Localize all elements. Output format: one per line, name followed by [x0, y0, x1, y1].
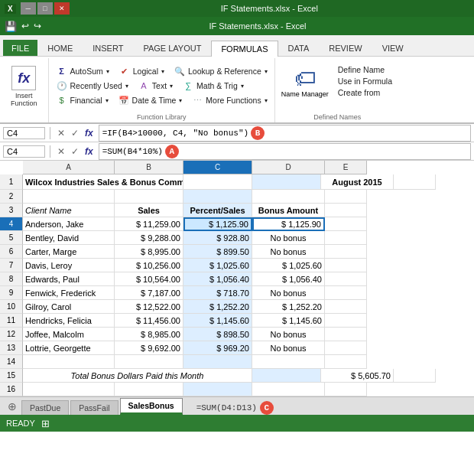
cell-d2[interactable]	[252, 190, 325, 204]
row-header-4[interactable]: 4	[0, 217, 23, 231]
row-header-11[interactable]: 11	[0, 314, 23, 328]
define-name-button[interactable]: Define Name	[336, 64, 394, 75]
cell-b4[interactable]: $ 11,259.00	[115, 217, 183, 231]
col-header-e[interactable]: E	[325, 161, 367, 174]
row-header-10[interactable]: 10	[0, 300, 23, 314]
datetime-dropdown[interactable]: ▾	[179, 97, 182, 104]
lookup-ref-button[interactable]: 🔍 Lookup & Reference ▾	[171, 64, 270, 78]
col-header-c[interactable]: C	[183, 161, 252, 174]
cell-e10[interactable]	[325, 300, 367, 314]
logical-dropdown[interactable]: ▾	[161, 68, 164, 75]
cell-d3[interactable]: Bonus Amount	[252, 204, 325, 217]
cell-c14[interactable]	[183, 355, 252, 369]
row-header-9[interactable]: 9	[0, 286, 23, 300]
restore-button[interactable]: □	[37, 2, 53, 15]
cell-e9[interactable]	[325, 286, 367, 300]
cell-c3[interactable]: Percent/Sales	[183, 204, 252, 217]
cell-b1[interactable]	[183, 174, 252, 190]
cell-e12[interactable]	[325, 328, 367, 341]
cell-d7[interactable]: $ 1,025.60	[252, 259, 325, 272]
cell-a12[interactable]: Joffee, Malcolm	[23, 328, 115, 341]
add-sheet-button[interactable]: ⊕	[3, 398, 21, 415]
cell-e2[interactable]	[325, 190, 367, 204]
sheet-tab-passfail[interactable]: PassFail	[70, 400, 118, 415]
tab-formulas[interactable]: FORMULAS	[211, 41, 278, 57]
cell-e3[interactable]	[325, 204, 367, 217]
cell-d14[interactable]	[252, 355, 325, 369]
tab-home[interactable]: HOME	[37, 40, 83, 56]
cell-b11[interactable]: $ 11,456.00	[115, 314, 183, 328]
cell-e6[interactable]	[325, 245, 367, 259]
col-header-a[interactable]: A	[23, 161, 115, 174]
tab-view[interactable]: VIEW	[372, 40, 414, 56]
tab-file[interactable]: FILE	[3, 40, 37, 56]
financial-button[interactable]: $ Financial ▾	[54, 93, 111, 107]
cell-c16[interactable]	[183, 383, 252, 396]
row-header-3[interactable]: 3	[0, 204, 23, 217]
cell-c9[interactable]: $ 718.70	[183, 286, 252, 300]
cell-a11[interactable]: Hendricks, Felicia	[23, 314, 115, 328]
text-dropdown[interactable]: ▾	[170, 83, 173, 90]
tab-page-layout[interactable]: PAGE LAYOUT	[133, 40, 211, 56]
cell-b10[interactable]: $ 12,522.00	[115, 300, 183, 314]
cell-d5[interactable]: No bonus	[252, 231, 325, 245]
cell-b13[interactable]: $ 9,692.00	[115, 341, 183, 355]
more-functions-button[interactable]: ⋯ More Functions ▾	[189, 93, 269, 107]
cell-d6[interactable]: No bonus	[252, 245, 325, 259]
tab-insert[interactable]: INSERT	[83, 40, 133, 56]
cell-c2[interactable]	[183, 190, 252, 204]
cell-b9[interactable]: $ 7,187.00	[115, 286, 183, 300]
cell-c10[interactable]: $ 1,252.20	[183, 300, 252, 314]
cell-a10[interactable]: Gilroy, Carol	[23, 300, 115, 314]
cell-a1[interactable]: Wilcox Industries Sales & Bonus Commissi…	[23, 174, 183, 190]
minimize-button[interactable]: ─	[21, 2, 36, 15]
name-manager-button[interactable]: 🏷 Name Manager	[280, 64, 330, 99]
cell-d9[interactable]: No bonus	[252, 286, 325, 300]
recently-used-button[interactable]: 🕐 Recently Used ▾	[54, 79, 131, 93]
row-header-5[interactable]: 5	[0, 231, 23, 245]
cell-a16[interactable]	[23, 383, 115, 396]
math-dropdown[interactable]: ▾	[241, 83, 244, 90]
cell-b3[interactable]: Sales	[115, 204, 183, 217]
row-header-14[interactable]: 14	[0, 355, 23, 369]
row-header-15[interactable]: 15	[0, 369, 23, 383]
cell-d1[interactable]: August 2015	[321, 174, 394, 190]
cell-e4[interactable]	[325, 217, 367, 231]
col-header-d[interactable]: D	[252, 161, 325, 174]
cell-d10[interactable]: $ 1,252.20	[252, 300, 325, 314]
cell-e5[interactable]	[325, 231, 367, 245]
cell-e11[interactable]	[325, 314, 367, 328]
row-header-13[interactable]: 13	[0, 341, 23, 355]
cell-b8[interactable]: $ 10,564.00	[115, 272, 183, 286]
cell-d12[interactable]: No bonus	[252, 328, 325, 341]
sheet-tab-salesbonus[interactable]: SalesBonus	[120, 398, 183, 415]
row-header-1[interactable]: 1	[0, 174, 23, 190]
col-header-b[interactable]: B	[115, 161, 183, 174]
cell-b16[interactable]	[115, 383, 183, 396]
cell-c4[interactable]: $ 1,125.90	[183, 217, 252, 231]
recently-dropdown[interactable]: ▾	[125, 83, 128, 90]
close-button[interactable]: ✕	[54, 2, 70, 15]
cell-d13[interactable]: No bonus	[252, 341, 325, 355]
cell-c12[interactable]: $ 898.50	[183, 328, 252, 341]
cell-a15[interactable]: Total Bonus Dollars Paid this Month	[23, 369, 252, 383]
insert-function-button[interactable]: fx Insert Function	[8, 64, 41, 109]
formula-input-1[interactable]: =IF(B4>10000, C4, "No bonus") B	[99, 125, 471, 142]
cell-c8[interactable]: $ 1,056.40	[183, 272, 252, 286]
cell-e8[interactable]	[325, 272, 367, 286]
cell-a14[interactable]	[23, 355, 115, 369]
cell-e7[interactable]	[325, 259, 367, 272]
row-header-16[interactable]: 16	[0, 383, 23, 396]
cell-reference-2[interactable]	[3, 145, 45, 158]
row-header-8[interactable]: 8	[0, 272, 23, 286]
cell-d15[interactable]: $ 5,605.70	[321, 369, 394, 383]
cell-c15[interactable]	[252, 369, 321, 383]
cell-c5[interactable]: $ 928.80	[183, 231, 252, 245]
redo-icon[interactable]: ↪	[34, 21, 41, 31]
cell-d4[interactable]: $ 1,125.90	[252, 217, 325, 231]
cell-b14[interactable]	[115, 355, 183, 369]
enter-formula-button-2[interactable]: ✓	[69, 145, 81, 158]
cancel-formula-button-2[interactable]: ✕	[55, 145, 67, 158]
logical-button[interactable]: ✔ Logical ▾	[116, 64, 167, 78]
cell-a3[interactable]: Client Name	[23, 204, 115, 217]
